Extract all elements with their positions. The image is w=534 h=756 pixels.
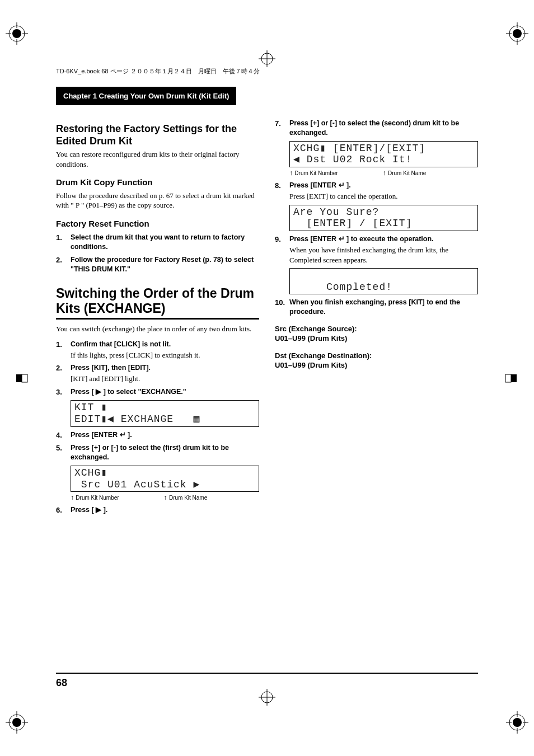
exchange-step-7: 7. Press [+] or [-] to select the (secon… [275,119,478,138]
step-number: 4. [56,430,71,440]
lcd-line: Completed! [293,281,392,293]
param-dst-label: Dst (Exchange Destination): [275,351,478,361]
lcd-line: KIT ▮ [74,402,107,413]
heading-restore: Restoring the Factory Settings for the E… [56,123,259,147]
step-number: 8. [275,181,289,201]
step-subtext: Press [EXIT] to cancel the operation. [289,191,397,201]
step-text: Press [ENTER ↵ ]. [289,181,397,190]
lcd-display-dst: XCHG▮ [ENTER]/[EXIT] ◀ Dst U02 Rock It! [289,141,478,167]
exchange-step-3: 3. Press [ ▶ ] to select "EXCHANGE." [56,387,259,397]
print-mark-icon [6,22,28,45]
lcd-line: XCHG▮ [74,467,107,478]
lcd-annotations: Drum Kit Number Drum Kit Name [289,168,478,177]
lcd-line: XCHG▮ [ENTER]/[EXIT] [293,143,425,154]
registration-mark-icon [503,370,520,387]
chapter-heading: Chapter 1 Creating Your Own Drum Kit (Ki… [56,87,236,105]
step-text: Press [KIT], then [EDIT]. [71,363,151,373]
registration-mark-icon [259,50,275,67]
step-2: 2. Follow the procedure for Factory Rese… [56,255,259,274]
svg-rect-13 [511,374,517,382]
text-exchange: You can switch (exchange) the place in o… [56,324,259,334]
step-number: 6. [56,505,71,515]
step-text: Press [ENTER ↵ ]. [71,430,132,440]
lcd-display-kit-edit: KIT ▮ EDIT▮◀ EXCHANGE ▦ [71,400,259,426]
text-restore: You can restore reconfigured drum kits t… [56,149,259,169]
step-text: Press [ ▶ ] to select "EXCHANGE." [71,387,186,397]
svg-point-5 [12,718,21,727]
step-number: 3. [56,387,71,397]
print-mark-icon [506,711,528,734]
param-dst: Dst (Exchange Destination): U01–U99 (Dru… [275,351,478,370]
param-src-range: U01–U99 (Drum Kits) [275,334,478,344]
lcd-line: Src U01 AcuStick ▶ [74,479,200,490]
step-subtext: When you have finished exchanging the dr… [289,245,478,265]
svg-point-7 [513,718,522,727]
page-number: 68 [56,673,478,689]
step-text: Press [+] or [-] to select the (first) d… [71,443,259,462]
param-src: Src (Exchange Source): U01–U99 (Drum Kit… [275,325,478,344]
exchange-step-10: 10. When you finish exchanging, press [K… [275,298,478,317]
annotation-kit-name: Drum Kit Name [164,493,208,502]
svg-rect-11 [22,374,27,382]
svg-point-1 [12,29,21,38]
step-number: 5. [56,443,71,462]
print-mark-icon [506,22,528,45]
exchange-step-8: 8. Press [ENTER ↵ ]. Press [EXIT] to can… [275,181,478,201]
param-src-label: Src (Exchange Source): [275,325,478,334]
step-text: Press [+] or [-] to select the (second) … [289,119,478,138]
heading-factory: Factory Reset Function [56,218,259,229]
step-text: Select the drum kit that you want to ret… [71,233,259,252]
registration-mark-icon [259,689,275,706]
lcd-line: [ENTER] / [EXIT] [293,218,412,229]
print-mark-icon [6,711,28,734]
lcd-line: ◀ Dst U02 Rock It! [293,154,412,165]
step-text: Follow the procedure for Factory Reset (… [71,255,259,274]
exchange-step-6: 6. Press [ ▶ ]. [56,505,259,515]
param-dst-range: U01–U99 (Drum Kits) [275,361,478,370]
annotation-kit-name: Drum Kit Name [383,168,427,177]
svg-point-3 [513,29,522,38]
annotation-kit-number: Drum Kit Number [289,168,338,177]
exchange-step-9: 9. Press [ENTER ↵ ] to execute the opera… [275,234,478,265]
svg-rect-12 [505,374,511,382]
step-text: When you finish exchanging, press [KIT] … [289,298,478,317]
step-number: 1. [56,340,71,360]
lcd-display-confirm: Are You Sure? [ENTER] / [EXIT] [289,205,478,231]
exchange-step-2: 2. Press [KIT], then [EDIT]. [KIT] and [… [56,363,259,383]
step-number: 2. [56,255,71,274]
chapter-heading-label: Chapter 1 Creating Your Own Drum Kit (Ki… [57,87,236,105]
step-number: 10. [275,298,289,317]
right-column: 7. Press [+] or [-] to select the (secon… [275,115,478,519]
step-1: 1. Select the drum kit that you want to … [56,233,259,252]
step-subtext: [KIT] and [EDIT] light. [71,374,151,384]
lcd-display-src: XCHG▮ Src U01 AcuStick ▶ [71,466,259,492]
svg-rect-10 [16,374,22,382]
lcd-display-completed: Completed! [289,268,478,294]
step-number: 9. [275,234,289,265]
exchange-step-4: 4. Press [ENTER ↵ ]. [56,430,259,440]
lcd-line: Are You Sure? [293,206,379,218]
registration-mark-icon [14,370,31,387]
exchange-step-1: 1. Confirm that [CLICK] is not lit. If t… [56,340,259,360]
step-number: 7. [275,119,289,138]
lcd-line [293,270,300,281]
lcd-annotations: Drum Kit Number Drum Kit Name [71,493,259,502]
step-text: Press [ENTER ↵ ] to execute the operatio… [289,234,478,244]
step-text: Press [ ▶ ]. [71,505,107,515]
book-header: TD-6KV_e.book 68 ページ ２００５年１月２４日 月曜日 午後７時… [56,67,478,76]
annotation-kit-number: Drum Kit Number [71,493,119,502]
step-subtext: If this lights, press [CLICK] to extingu… [71,350,200,360]
step-text: Confirm that [CLICK] is not lit. [71,340,200,349]
exchange-step-5: 5. Press [+] or [-] to select the (first… [56,443,259,462]
text-copy: Follow the procedure described on p. 67 … [56,191,259,210]
step-number: 1. [56,233,71,252]
heading-copy: Drum Kit Copy Function [56,177,259,188]
left-column: Restoring the Factory Settings for the E… [56,115,259,519]
step-number: 2. [56,363,71,383]
lcd-line: EDIT▮◀ EXCHANGE ▦ [74,414,200,425]
heading-exchange: Switching the Order of the Drum Kits (EX… [56,286,259,320]
